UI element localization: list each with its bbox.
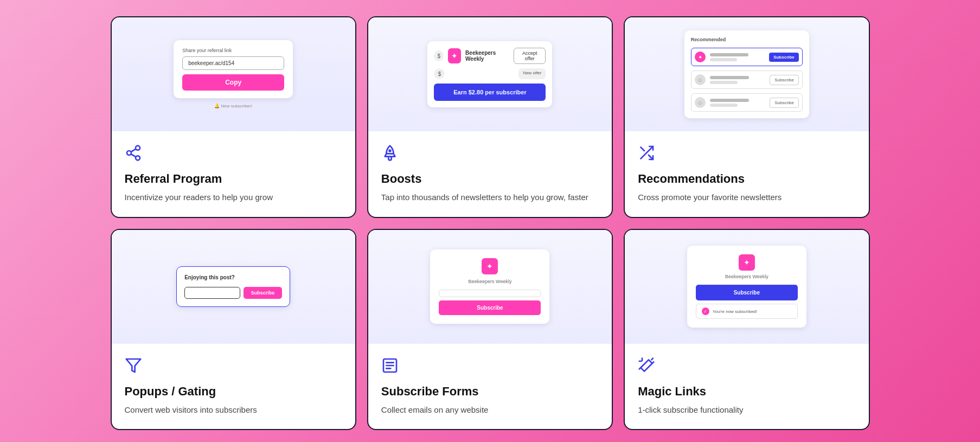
magic-success-message: ✓ You're now subscribed! xyxy=(696,304,798,319)
shuffle-icon xyxy=(638,144,855,165)
card-referral-program: Share your referral link beekeeper.ac/d1… xyxy=(111,16,356,218)
magic-links-title: Magic Links xyxy=(638,385,855,399)
magic-links-icon: ✦ xyxy=(739,254,755,271)
svg-point-5 xyxy=(388,149,391,152)
magic-links-desc: 1-click subscribe functionality xyxy=(638,404,855,417)
recs-desc: Cross promote your favorite newsletters xyxy=(638,191,855,204)
referral-preview: Share your referral link beekeeper.ac/d1… xyxy=(112,17,355,131)
network-icon xyxy=(125,144,342,165)
rec-row-1: ✦ Subscribe xyxy=(691,48,803,66)
rec-avatar-2: ☺ xyxy=(695,74,706,85)
rec-avatar-3: ☺ xyxy=(695,97,706,108)
popup-mock-box: Enjoying this post? Subscribe xyxy=(176,266,290,307)
subscribe-button-3[interactable]: Subscribe xyxy=(770,98,799,108)
subscribe-form-button[interactable]: Subscribe xyxy=(439,300,541,315)
magic-newsletter-name: Beekeepers Weekly xyxy=(696,274,798,279)
dollar-badge-left: $ xyxy=(434,50,443,61)
boosts-newsletter-name: Beekeepers Weekly xyxy=(465,50,509,62)
card-content-recs: Recommendations Cross promote your favor… xyxy=(625,131,868,217)
svg-line-4 xyxy=(131,149,136,152)
referral-title: Referral Program xyxy=(125,172,342,186)
magic-wand-icon xyxy=(638,357,855,378)
subscribe-newsletter-name: Beekeepers Weekly xyxy=(439,279,541,284)
magic-links-preview: ✦ Beekeepers Weekly Subscribe ✓ You're n… xyxy=(625,230,868,344)
rocket-icon xyxy=(381,144,599,165)
subscribe-button-1[interactable]: Subscribe xyxy=(769,53,799,62)
new-offer-badge: New offer xyxy=(518,68,546,79)
magic-mock-widget: ✦ Beekeepers Weekly Subscribe ✓ You're n… xyxy=(687,246,806,328)
boosts-newsletter-icon: ✦ xyxy=(448,48,461,63)
magic-subscribe-button[interactable]: Subscribe xyxy=(696,285,798,300)
subscribe-forms-title: Subscribe Forms xyxy=(381,385,599,399)
boosts-header: $ ✦ Beekeepers Weekly Accept offer xyxy=(434,48,546,64)
popups-desc: Convert web visitors into subscribers xyxy=(125,404,342,417)
magic-success-text: You're now subscribed! xyxy=(713,309,757,314)
rec-row-2: ☺ Subscribe xyxy=(691,71,803,89)
card-subscribe-forms: ✦ Beekeepers Weekly Subscribe Subscribe … xyxy=(367,229,613,431)
referral-link-input: beekeeper.ac/d154 xyxy=(182,56,284,70)
subscribe-forms-preview: ✦ Beekeepers Weekly Subscribe xyxy=(368,230,612,344)
card-magic-links: ✦ Beekeepers Weekly Subscribe ✓ You're n… xyxy=(624,229,869,431)
card-content-magic-links: Magic Links 1-click subscribe functional… xyxy=(625,344,868,430)
referral-share-label: Share your referral link xyxy=(182,48,284,53)
accept-offer-button[interactable]: Accept offer xyxy=(514,48,546,64)
card-content-popups: Popups / Gating Convert web visitors int… xyxy=(112,344,355,430)
svg-point-2 xyxy=(136,156,140,160)
card-recommendations: Recommended ✦ Subscribe ☺ Subscribe xyxy=(624,16,869,218)
recs-mock-box: Recommended ✦ Subscribe ☺ Subscribe xyxy=(684,30,809,118)
boosts-title: Boosts xyxy=(381,172,599,186)
card-boosts: $ ✦ Beekeepers Weekly Accept offer $ New… xyxy=(367,16,613,218)
referral-desc: Incentivize your readers to help you gro… xyxy=(125,191,342,204)
card-popups-gating: Enjoying this post? Subscribe Popups / G… xyxy=(111,229,356,431)
svg-point-1 xyxy=(127,151,131,155)
rec-avatar-1: ✦ xyxy=(695,52,706,62)
referral-mock-box: Share your referral link beekeeper.ac/d1… xyxy=(174,40,293,98)
card-content-boosts: Boosts Tap into thousands of newsletters… xyxy=(368,131,612,217)
earn-per-subscriber-button[interactable]: Earn $2.80 per subscriber xyxy=(434,84,546,101)
popups-preview: Enjoying this post? Subscribe xyxy=(112,230,355,344)
copy-button[interactable]: Copy xyxy=(182,74,284,91)
popups-title: Popups / Gating xyxy=(125,385,342,399)
subscribe-mock-widget: ✦ Beekeepers Weekly Subscribe xyxy=(430,249,549,324)
form-icon xyxy=(381,357,599,378)
new-subscriber-text: 🔔 New subscriber! xyxy=(174,104,293,108)
recs-title: Recommendations xyxy=(638,172,855,186)
boosts-mock-card: $ ✦ Beekeepers Weekly Accept offer $ New… xyxy=(427,41,552,107)
rec-text-3 xyxy=(710,99,765,107)
subscribe-button-2[interactable]: Subscribe xyxy=(770,75,799,85)
boosts-preview: $ ✦ Beekeepers Weekly Accept offer $ New… xyxy=(368,17,612,131)
card-content-subscribe-forms: Subscribe Forms Collect emails on any we… xyxy=(368,344,612,430)
rec-row-3: ☺ Subscribe xyxy=(691,93,803,112)
popup-question: Enjoying this post? xyxy=(184,274,282,280)
boosts-desc: Tap into thousands of newsletters to hel… xyxy=(381,191,599,204)
card-content-referral: Referral Program Incentivize your reader… xyxy=(112,131,355,217)
rec-text-2 xyxy=(710,76,765,84)
rec-text-1 xyxy=(710,53,765,61)
subscribe-form-icon: ✦ xyxy=(482,258,498,274)
feature-grid: Share your referral link beekeeper.ac/d1… xyxy=(111,16,870,430)
svg-line-3 xyxy=(131,154,136,157)
recs-label: Recommended xyxy=(691,37,803,42)
popup-email-input xyxy=(184,287,240,299)
popup-submit-button[interactable]: Subscribe xyxy=(244,287,283,299)
subscribe-email-input xyxy=(439,290,541,297)
recs-preview: Recommended ✦ Subscribe ☺ Subscribe xyxy=(625,17,868,131)
dollar-badge-bottom: $ xyxy=(434,68,445,79)
subscribe-forms-desc: Collect emails on any website xyxy=(381,404,599,417)
filter-icon xyxy=(125,357,342,378)
svg-point-0 xyxy=(136,146,140,150)
popup-input-row: Subscribe xyxy=(184,287,282,299)
magic-check-icon: ✓ xyxy=(702,308,709,315)
